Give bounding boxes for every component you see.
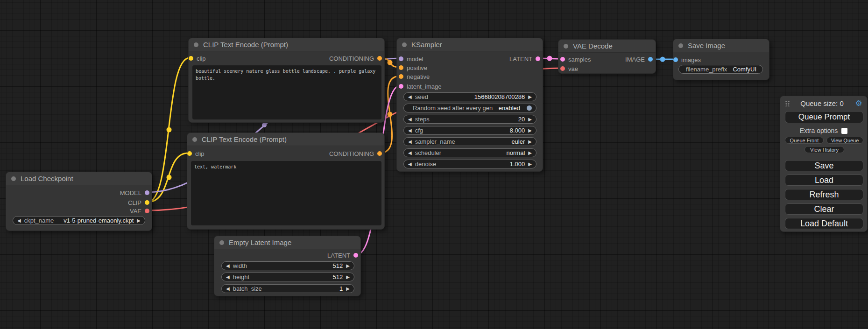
output-port-conditioning[interactable]: CONDITIONING [329, 55, 382, 62]
latent-port-dot[interactable] [353, 253, 358, 258]
output-port-latent[interactable]: LATENT [509, 55, 540, 63]
vae-port-dot[interactable] [560, 66, 565, 71]
node-save-image[interactable]: Save Image images filename_prefix ComfyU… [673, 39, 769, 80]
view-history-button[interactable]: View History [804, 146, 844, 153]
increment-arrow-icon[interactable]: ▶ [528, 117, 532, 122]
input-port-samples[interactable]: samples [560, 56, 591, 63]
node-load-checkpoint[interactable]: Load Checkpoint MODEL CLIP VAE ◀ ckpt_na… [6, 172, 152, 231]
decrement-arrow-icon[interactable]: ◀ [408, 140, 412, 144]
model-port-dot[interactable] [145, 190, 149, 195]
node-title-bar[interactable]: VAE Decode [558, 40, 656, 53]
increment-arrow-icon[interactable]: ▶ [137, 218, 141, 223]
collapse-dot-icon[interactable] [402, 42, 407, 47]
input-port-latent-image[interactable]: latent_image [399, 83, 441, 90]
view-queue-button[interactable]: View Queue [826, 137, 863, 144]
input-port-positive[interactable]: positive [399, 64, 427, 71]
input-port-model[interactable]: model [399, 55, 423, 63]
node-title-bar[interactable]: CLIP Text Encode (Prompt) [187, 133, 384, 146]
decrement-arrow-icon[interactable]: ◀ [226, 264, 230, 268]
input-port-images[interactable]: images [673, 56, 701, 63]
queue-front-button[interactable]: Queue Front [785, 137, 824, 144]
conditioning-port-dot[interactable] [399, 74, 403, 79]
widget-sampler-name[interactable]: ◀ sampler_name euler ▶ [403, 137, 536, 146]
output-port-conditioning[interactable]: CONDITIONING [329, 150, 382, 157]
increment-arrow-icon[interactable]: ▶ [528, 140, 532, 144]
decrement-arrow-icon[interactable]: ◀ [226, 275, 230, 280]
output-port-model[interactable]: MODEL [120, 189, 149, 196]
vae-port-dot[interactable] [145, 209, 149, 213]
increment-arrow-icon[interactable]: ▶ [346, 264, 350, 268]
decrement-arrow-icon[interactable]: ◀ [408, 95, 412, 99]
image-port-dot[interactable] [648, 57, 653, 62]
refresh-button[interactable]: Refresh [785, 189, 863, 200]
clip-port-dot[interactable] [189, 56, 193, 61]
node-title-bar[interactable]: Load Checkpoint [6, 172, 152, 185]
output-port-latent[interactable]: LATENT [327, 252, 358, 259]
positive-prompt-textarea[interactable]: beautiful scenery nature glass bottle la… [192, 65, 381, 119]
node-clip-text-encode-positive[interactable]: CLIP Text Encode (Prompt) clip CONDITION… [188, 38, 385, 123]
node-vae-decode[interactable]: VAE Decode samples vae IMAGE [558, 39, 656, 74]
settings-gear-icon[interactable]: ⚙ [854, 99, 863, 107]
collapse-dot-icon[interactable] [564, 44, 568, 49]
node-title-bar[interactable]: CLIP Text Encode (Prompt) [189, 38, 384, 51]
queue-prompt-button[interactable]: Queue Prompt [785, 111, 863, 123]
output-port-vae[interactable]: VAE [130, 207, 149, 215]
drag-handle-icon[interactable] [785, 100, 790, 106]
clear-button[interactable]: Clear [785, 203, 863, 215]
conditioning-port-dot[interactable] [399, 65, 403, 70]
filename-prefix-widget[interactable]: filename_prefix ComfyUI [678, 65, 763, 74]
collapse-dot-icon[interactable] [192, 137, 197, 142]
node-graph-canvas[interactable]: Load Checkpoint MODEL CLIP VAE ◀ ckpt_na… [0, 0, 868, 329]
model-port-dot[interactable] [399, 56, 403, 61]
increment-arrow-icon[interactable]: ▶ [528, 95, 532, 99]
widget-height[interactable]: ◀ height 512 ▶ [221, 273, 354, 281]
negative-prompt-textarea[interactable]: text, watermark [191, 161, 381, 225]
latent-port-dot[interactable] [560, 57, 565, 62]
extra-options-checkbox[interactable] [841, 128, 847, 134]
widget-random-seed-toggle[interactable]: Random seed after every gen enabled [403, 104, 536, 112]
output-port-clip[interactable]: CLIP [128, 199, 149, 206]
node-title-bar[interactable]: Save Image [673, 39, 769, 52]
toggle-enabled-icon[interactable] [527, 105, 532, 111]
node-title-bar[interactable]: Empty Latent Image [214, 236, 360, 249]
save-button[interactable]: Save [785, 160, 863, 171]
widget-denoise[interactable]: ◀ denoise 1.000 ▶ [403, 160, 536, 168]
load-default-button[interactable]: Load Default [785, 218, 863, 229]
widget-cfg[interactable]: ◀ cfg 8.000 ▶ [403, 126, 536, 135]
decrement-arrow-icon[interactable]: ◀ [408, 151, 412, 155]
decrement-arrow-icon[interactable]: ◀ [17, 218, 21, 223]
decrement-arrow-icon[interactable]: ◀ [408, 128, 412, 133]
input-port-negative[interactable]: negative [399, 73, 430, 80]
input-port-clip[interactable]: clip [189, 55, 206, 62]
queue-menu-panel[interactable]: Queue size: 0 ⚙ Queue Prompt Extra optio… [780, 96, 868, 232]
output-port-image[interactable]: IMAGE [625, 56, 653, 63]
widget-scheduler[interactable]: ◀ scheduler normal ▶ [403, 148, 536, 157]
node-clip-text-encode-negative[interactable]: CLIP Text Encode (Prompt) clip CONDITION… [187, 133, 385, 230]
increment-arrow-icon[interactable]: ▶ [346, 287, 350, 291]
widget-batch-size[interactable]: ◀ batch_size 1 ▶ [221, 284, 354, 293]
node-empty-latent-image[interactable]: Empty Latent Image LATENT ◀ width 512 ▶ … [214, 236, 361, 296]
latent-port-dot[interactable] [399, 84, 403, 89]
collapse-dot-icon[interactable] [219, 240, 224, 245]
increment-arrow-icon[interactable]: ▶ [528, 151, 532, 155]
collapse-dot-icon[interactable] [678, 43, 683, 48]
increment-arrow-icon[interactable]: ▶ [346, 275, 350, 280]
decrement-arrow-icon[interactable]: ◀ [408, 162, 412, 167]
widget-seed[interactable]: ◀ seed 156680208700286 ▶ [403, 92, 536, 101]
clip-port-dot[interactable] [145, 200, 149, 205]
node-title-bar[interactable]: KSampler [397, 38, 543, 51]
image-port-dot[interactable] [673, 57, 678, 62]
latent-port-dot[interactable] [536, 56, 540, 61]
widget-width[interactable]: ◀ width 512 ▶ [221, 261, 354, 270]
node-ksampler[interactable]: KSampler model positive negative latent_… [396, 38, 543, 172]
decrement-arrow-icon[interactable]: ◀ [226, 287, 230, 291]
collapse-dot-icon[interactable] [194, 42, 198, 47]
input-port-clip[interactable]: clip [187, 150, 205, 157]
widget-steps[interactable]: ◀ steps 20 ▶ [403, 115, 536, 124]
ckpt-name-widget[interactable]: ◀ ckpt_name v1-5-pruned-emaonly.ckpt ▶ [13, 216, 145, 225]
load-button[interactable]: Load [785, 175, 863, 186]
input-port-vae[interactable]: vae [560, 65, 578, 72]
clip-port-dot[interactable] [187, 151, 192, 156]
increment-arrow-icon[interactable]: ▶ [528, 162, 532, 167]
increment-arrow-icon[interactable]: ▶ [528, 128, 532, 133]
